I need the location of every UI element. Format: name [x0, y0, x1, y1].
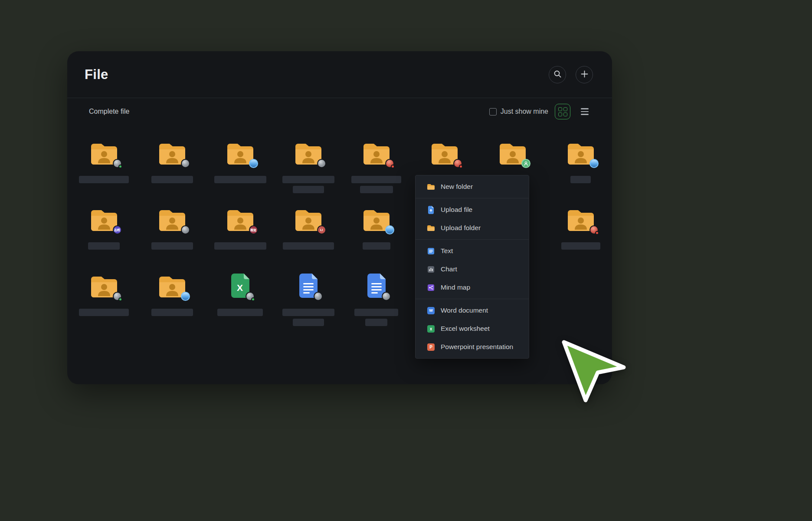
status-dot	[459, 165, 463, 168]
menu-item-mind-map[interactable]: Mind map	[416, 278, 529, 297]
menu-group-documents: Text Chart Mind map	[416, 240, 529, 299]
menu-item-label: Chart	[441, 265, 457, 273]
file-item[interactable]: LI	[274, 206, 342, 273]
owner-avatar-cat	[382, 292, 391, 301]
file-manager-window: File Complete file	[67, 51, 612, 384]
file-item[interactable]	[138, 206, 206, 273]
svg-text:X: X	[236, 283, 242, 293]
filename-placeholder	[561, 242, 600, 250]
menu-group-create: New folder	[416, 175, 529, 198]
add-button[interactable]	[576, 66, 593, 83]
owner-avatar-girl	[453, 159, 462, 168]
file-item[interactable]: 志程	[70, 206, 138, 273]
folder-file-icon	[90, 140, 118, 166]
filename-placeholder	[293, 319, 324, 326]
owner-avatar-cat	[181, 225, 190, 234]
menu-item-upload-folder[interactable]: Upload folder	[416, 219, 529, 237]
menu-group-upload: Upload file Upload folder	[416, 198, 529, 239]
folder-icon	[427, 184, 435, 190]
file-item[interactable]	[138, 273, 206, 339]
owner-avatar-cat	[113, 292, 122, 301]
checkbox-box[interactable]	[489, 108, 497, 115]
owner-avatar-cat	[113, 159, 122, 168]
folder-file-icon	[158, 273, 187, 299]
file-item[interactable]: X	[206, 273, 274, 339]
plus-icon	[581, 70, 588, 79]
owner-avatar-cat	[317, 159, 326, 168]
owner-avatar-boy	[181, 292, 190, 301]
owner-avatar-cat	[246, 292, 255, 301]
folder-file-icon	[158, 206, 187, 232]
file-item[interactable]	[274, 140, 342, 206]
excel-icon: x	[427, 325, 435, 333]
excel-file-icon: X	[229, 273, 251, 299]
window-header: File	[67, 51, 612, 98]
checkbox-label: Just show mine	[501, 108, 548, 115]
status-dot	[391, 165, 395, 168]
file-item[interactable]	[547, 140, 612, 206]
owner-avatar-boy	[385, 225, 394, 234]
folder-file-icon	[90, 273, 118, 299]
context-menu: New folder Upload file Upload folder	[415, 175, 529, 359]
filename-placeholder	[214, 176, 266, 183]
file-item[interactable]	[342, 140, 410, 206]
folder-file-icon: LI	[294, 206, 323, 232]
word-icon: W	[427, 307, 435, 314]
file-item[interactable]	[547, 206, 612, 273]
file-item[interactable]: 视短	[206, 206, 274, 273]
search-button[interactable]	[549, 66, 566, 83]
file-item[interactable]	[206, 140, 274, 206]
owner-avatar-text: 视短	[249, 225, 258, 234]
file-item[interactable]	[342, 206, 410, 273]
list-view-icon	[581, 108, 589, 115]
grid-view-icon	[558, 107, 567, 116]
file-item[interactable]	[138, 140, 206, 206]
folder-file-icon: 视短	[226, 206, 255, 232]
filename-placeholder	[217, 309, 263, 316]
file-item[interactable]	[342, 273, 410, 339]
filename-placeholder	[365, 319, 387, 326]
menu-item-text[interactable]: Text	[416, 242, 529, 260]
menu-item-upload-file[interactable]: Upload file	[416, 201, 529, 219]
search-icon	[553, 70, 562, 79]
owner-avatar-girl	[589, 225, 599, 234]
menu-item-powerpoint-presentation[interactable]: P Powerpoint presentation	[416, 338, 529, 356]
menu-item-label: New folder	[441, 183, 473, 191]
desktop-background: File Complete file	[0, 0, 812, 521]
owner-avatar-girl	[385, 159, 394, 168]
menu-item-excel-worksheet[interactable]: x Excel worksheet	[416, 320, 529, 338]
filename-placeholder	[79, 309, 129, 316]
menu-item-label: Mind map	[441, 284, 470, 291]
menu-item-label: Powerpoint presentation	[441, 343, 513, 351]
filename-placeholder	[282, 176, 334, 183]
menu-group-office: W Word document x Excel worksheet P Powe…	[416, 299, 529, 358]
owner-avatar-boy	[249, 159, 258, 168]
folder-file-icon	[566, 140, 595, 166]
powerpoint-icon: P	[427, 343, 435, 351]
filename-placeholder	[293, 186, 324, 193]
filename-placeholder	[570, 176, 591, 183]
menu-item-chart[interactable]: Chart	[416, 260, 529, 278]
file-item[interactable]	[70, 140, 138, 206]
doc-file-icon	[366, 273, 387, 299]
just-show-mine-toggle[interactable]: Just show mine	[489, 108, 548, 115]
menu-item-word-document[interactable]: W Word document	[416, 301, 529, 320]
file-item[interactable]	[274, 273, 342, 339]
grid-view-button[interactable]	[555, 104, 570, 119]
menu-item-label: Upload folder	[441, 224, 481, 232]
menu-item-label: Word document	[441, 307, 488, 314]
owner-avatar-member	[521, 159, 530, 168]
folder-file-icon	[498, 140, 527, 166]
filename-placeholder	[88, 242, 120, 250]
file-item[interactable]	[70, 273, 138, 339]
filename-placeholder	[363, 242, 390, 250]
status-dot	[595, 231, 599, 235]
menu-item-label: Excel worksheet	[441, 325, 490, 333]
mind-map-icon	[427, 284, 435, 291]
folder-file-icon	[226, 140, 255, 166]
menu-item-new-folder[interactable]: New folder	[416, 178, 529, 196]
owner-avatar-cat	[181, 159, 190, 168]
status-dot	[251, 297, 255, 301]
list-view-button[interactable]	[577, 104, 593, 119]
folder-file-icon	[430, 140, 459, 166]
